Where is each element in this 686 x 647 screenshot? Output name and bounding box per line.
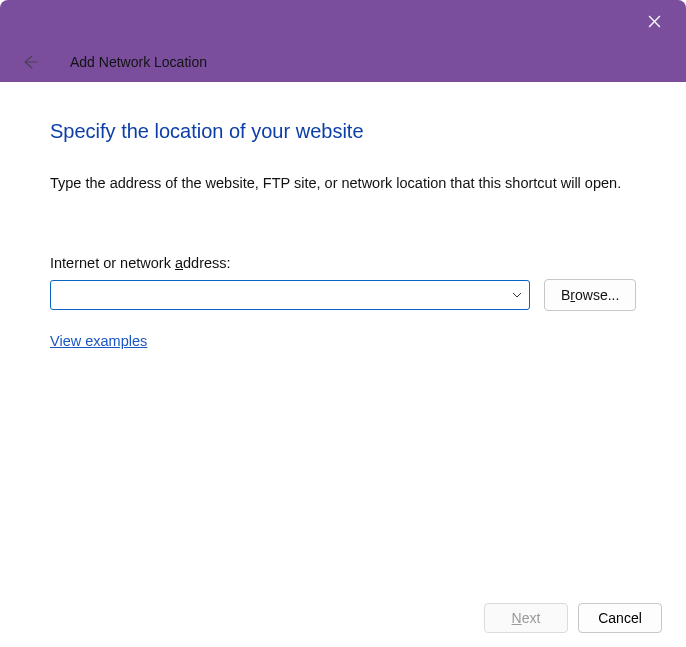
chevron-down-icon — [511, 289, 523, 301]
view-examples-link[interactable]: View examples — [50, 333, 147, 349]
cancel-button[interactable]: Cancel — [578, 603, 662, 633]
back-button[interactable] — [16, 48, 44, 76]
wizard-title: Add Network Location — [70, 54, 207, 70]
browse-button[interactable]: Browse... — [544, 279, 636, 311]
close-button[interactable] — [634, 5, 674, 37]
page-title: Specify the location of your website — [50, 120, 636, 143]
address-combobox — [50, 280, 530, 310]
close-icon — [648, 15, 661, 28]
wizard-footer: Next Cancel — [0, 589, 686, 647]
back-arrow-icon — [22, 54, 38, 70]
wizard-content: Specify the location of your website Typ… — [0, 82, 686, 589]
next-button: Next — [484, 603, 568, 633]
address-dropdown-toggle[interactable] — [508, 286, 526, 304]
address-row: Browse... — [50, 279, 636, 311]
address-input[interactable] — [50, 280, 530, 310]
wizard-header: Add Network Location — [0, 42, 686, 82]
address-label: Internet or network address: — [50, 255, 636, 271]
instruction-text: Type the address of the website, FTP sit… — [50, 173, 636, 193]
titlebar — [0, 0, 686, 42]
